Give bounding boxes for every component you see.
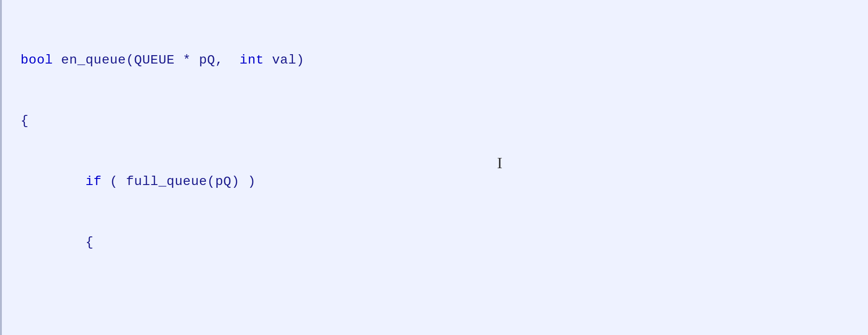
int-keyword: int [240,53,264,67]
code-line-5 [21,293,849,313]
if-keyword: if [85,174,102,189]
code-editor[interactable]: bool en_queue(QUEUE * pQ, int val) { if … [0,0,868,335]
code-line-1: bool en_queue(QUEUE * pQ, int val) [21,50,849,70]
i-beam-cursor: I [497,154,502,172]
code-line-2: { [21,111,849,131]
code-line-3: if ( full_queue(pQ) ) [21,171,849,192]
bool-keyword: bool [21,53,53,67]
code-line-4: { [21,232,849,252]
code-content: bool en_queue(QUEUE * pQ, int val) { if … [21,9,849,335]
